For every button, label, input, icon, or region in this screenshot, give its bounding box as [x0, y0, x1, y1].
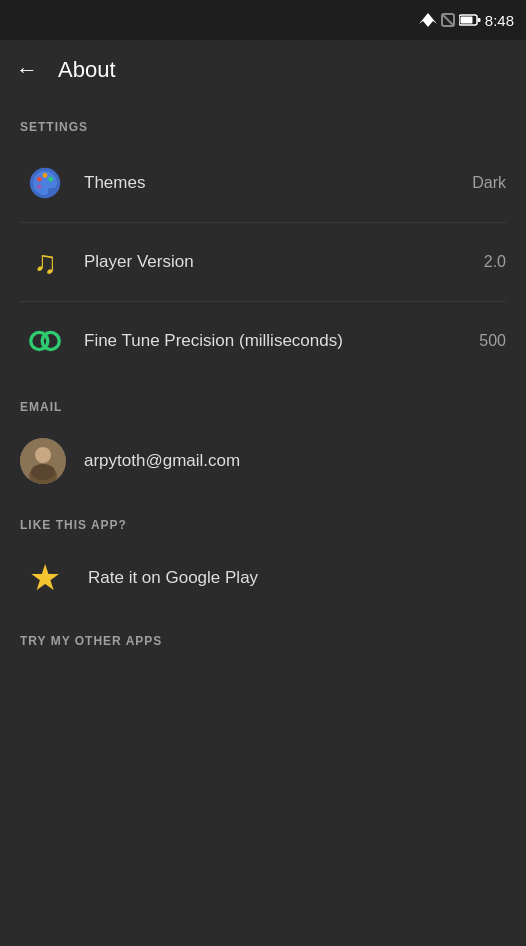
rate-row[interactable]: ★ Rate it on Google Play — [0, 542, 526, 614]
try-apps-section-label: TRY MY OTHER APPS — [0, 614, 526, 658]
avatar-image — [20, 438, 66, 484]
header: ← About — [0, 40, 526, 100]
svg-marker-0 — [419, 13, 437, 27]
svg-point-14 — [35, 447, 51, 463]
svg-rect-5 — [460, 17, 472, 24]
wifi-icon — [419, 13, 437, 27]
fine-tune-value: 500 — [479, 332, 506, 350]
avatar — [20, 438, 66, 484]
star-icon: ★ — [20, 557, 70, 599]
finetune-icon — [20, 316, 70, 366]
email-section-label: EMAIL — [0, 380, 526, 424]
settings-section-label: SETTINGS — [0, 100, 526, 144]
music-note-icon: ♫ — [20, 237, 70, 287]
themes-label-wrapper: Themes — [84, 173, 462, 193]
page-title: About — [58, 57, 116, 83]
sim-icon — [441, 13, 455, 27]
player-version-label-wrapper: Player Version — [84, 252, 474, 272]
player-version-label: Player Version — [84, 252, 194, 271]
like-app-section-label: LIKE THIS APP? — [0, 498, 526, 542]
player-version-setting-row[interactable]: ♫ Player Version 2.0 — [0, 223, 526, 301]
themes-value: Dark — [472, 174, 506, 192]
palette-icon — [20, 158, 70, 208]
status-icons: 8:48 — [419, 12, 514, 29]
status-bar: 8:48 — [0, 0, 526, 40]
svg-point-16 — [31, 464, 55, 480]
email-address: arpytoth@gmail.com — [84, 451, 240, 471]
svg-point-10 — [37, 184, 42, 189]
themes-setting-row[interactable]: Themes Dark — [0, 144, 526, 222]
svg-point-12 — [42, 332, 59, 349]
back-button[interactable]: ← — [16, 57, 38, 83]
fine-tune-label-wrapper: Fine Tune Precision (milliseconds) — [84, 331, 469, 351]
fine-tune-setting-row[interactable]: Fine Tune Precision (milliseconds) 500 — [0, 302, 526, 380]
battery-icon — [459, 13, 481, 27]
svg-point-7 — [37, 177, 42, 182]
rate-label: Rate it on Google Play — [88, 568, 258, 588]
svg-line-2 — [442, 14, 454, 26]
svg-point-9 — [48, 177, 53, 182]
email-row: arpytoth@gmail.com — [0, 424, 526, 498]
themes-label: Themes — [84, 173, 145, 192]
svg-point-8 — [43, 173, 48, 178]
time-display: 8:48 — [485, 12, 514, 29]
fine-tune-label: Fine Tune Precision (milliseconds) — [84, 331, 343, 350]
svg-rect-4 — [477, 18, 480, 22]
player-version-value: 2.0 — [484, 253, 506, 271]
